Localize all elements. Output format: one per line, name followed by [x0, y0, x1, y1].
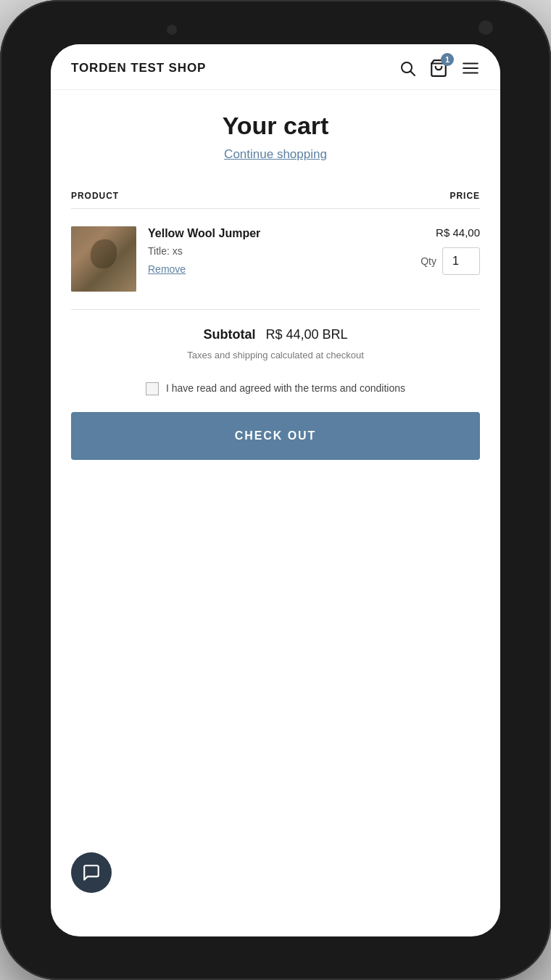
screen: TORDEN TEST SHOP 1 [51, 44, 500, 936]
subtotal-row: Subtotal R$ 44,00 BRL [71, 327, 480, 342]
continue-shopping-link[interactable]: Continue shopping [71, 147, 480, 162]
item-price: R$ 44,00 [436, 226, 480, 239]
item-price-qty: R$ 44,00 Qty [407, 226, 480, 275]
camera-left [167, 25, 177, 35]
phone-frame: TORDEN TEST SHOP 1 [0, 0, 551, 980]
checkout-button[interactable]: CHECK OUT [71, 412, 480, 460]
item-name: Yellow Wool Jumper [148, 226, 396, 242]
header: TORDEN TEST SHOP 1 [51, 44, 500, 90]
col-price-label: PRICE [450, 191, 480, 201]
subtotal-value: R$ 44,00 BRL [265, 327, 347, 342]
item-variant: Title: xs [148, 245, 396, 257]
qty-wrapper: Qty [420, 247, 480, 275]
camera-right [478, 20, 493, 35]
qty-label: Qty [420, 255, 436, 267]
svg-line-1 [411, 71, 415, 75]
floating-chat-icon[interactable] [71, 852, 112, 893]
taxes-note: Taxes and shipping calculated at checkou… [71, 350, 480, 361]
cart-badge: 1 [441, 53, 454, 66]
terms-row: I have read and agreed with the terms an… [71, 381, 480, 396]
menu-icon[interactable] [461, 59, 480, 78]
item-remove-link[interactable]: Remove [148, 263, 186, 275]
variant-label: Title: [148, 245, 170, 257]
subtotal-section: Subtotal R$ 44,00 BRL Taxes and shipping… [71, 327, 480, 460]
item-details: Yellow Wool Jumper Title: xs Remove [148, 226, 396, 276]
store-name: TORDEN TEST SHOP [71, 61, 206, 75]
cart-wrapper[interactable]: 1 [429, 59, 448, 78]
terms-text: I have read and agreed with the terms an… [166, 381, 405, 396]
variant-value: xs [173, 245, 183, 257]
cart-item: Yellow Wool Jumper Title: xs Remove R$ 4… [71, 209, 480, 310]
col-product-label: PRODUCT [71, 191, 119, 201]
item-image [71, 226, 136, 292]
qty-input[interactable] [442, 247, 480, 275]
terms-checkbox[interactable] [146, 382, 159, 395]
header-icons: 1 [399, 59, 480, 78]
search-icon[interactable] [399, 59, 416, 77]
page-title: Your cart [71, 112, 480, 140]
item-image-canvas [71, 226, 136, 292]
subtotal-label: Subtotal [203, 327, 255, 342]
main-content: Your cart Continue shopping PRODUCT PRIC… [51, 90, 500, 936]
cart-table-header: PRODUCT PRICE [71, 184, 480, 209]
